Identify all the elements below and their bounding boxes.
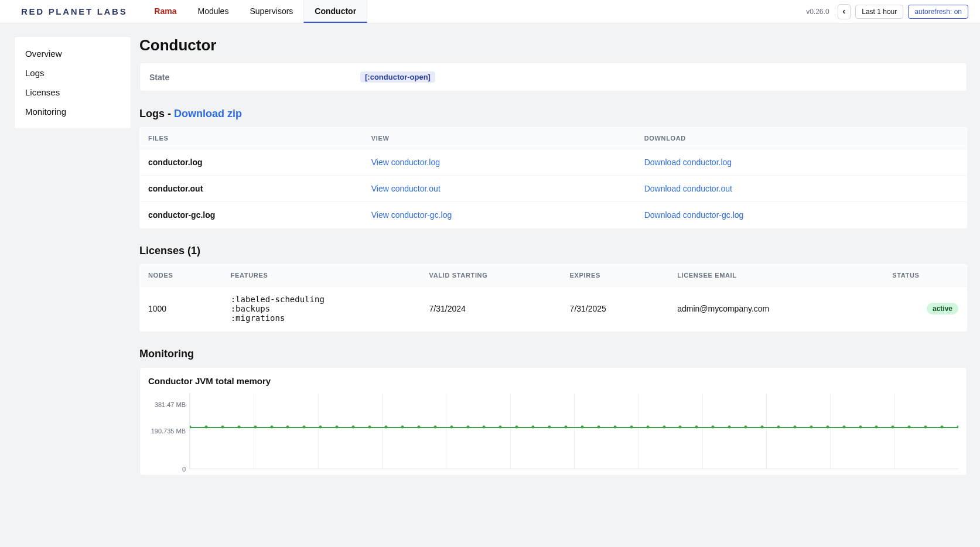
page-title: Conductor: [139, 36, 967, 54]
sidebar-item-licenses[interactable]: Licenses: [19, 83, 126, 102]
chart-data-point: [908, 425, 911, 428]
chart-grid-line: [446, 393, 446, 469]
chart-grid-line: [382, 393, 383, 469]
time-range-button[interactable]: Last 1 hour: [855, 5, 903, 19]
nav-item-rama[interactable]: Rama: [144, 0, 187, 23]
chart-data-point: [646, 425, 649, 428]
nav-item-modules[interactable]: Modules: [187, 0, 239, 23]
chart-data-point: [663, 425, 665, 428]
top-bar-right: v0.26.0 Last 1 hour autorefresh: on: [806, 4, 968, 19]
chart-data-point: [270, 425, 273, 428]
brand-logo: RED PLANET LABS: [21, 6, 127, 16]
license-expires: 7/31/2025: [562, 286, 670, 331]
download-log-link[interactable]: Download conductor-gc.log: [644, 210, 744, 220]
chart-data-point: [515, 425, 518, 428]
log-file-name: conductor.log: [140, 149, 363, 176]
chart-data-point: [499, 425, 502, 428]
table-row: 1000:labeled-scheduling :backups :migrat…: [140, 286, 967, 331]
chevron-left-icon: [843, 8, 846, 16]
chart-data-point: [957, 425, 959, 428]
chart-data-point: [842, 425, 845, 428]
chart-grid-line: [830, 393, 831, 469]
license-status-cell: active: [884, 286, 967, 331]
chart-y-axis: 381.47 MB190.735 MB0: [148, 393, 189, 469]
view-log-link[interactable]: View conductor-gc.log: [371, 210, 452, 220]
table-row: conductor-gc.logView conductor-gc.logDow…: [140, 202, 967, 228]
chart-data-point: [204, 425, 207, 428]
table-row: conductor.outView conductor.outDownload …: [140, 176, 967, 202]
sidebar-item-overview[interactable]: Overview: [19, 44, 126, 63]
chart-data-point: [924, 425, 927, 428]
top-bar: RED PLANET LABS Rama Modules Supervisors…: [0, 0, 980, 23]
licenses-col-expires: EXPIRES: [562, 265, 670, 286]
chart-data-point: [450, 425, 453, 428]
chart-data-point: [336, 425, 339, 428]
chart-grid-line: [574, 393, 575, 469]
download-log-link[interactable]: Download conductor.log: [644, 158, 732, 167]
log-file-name: conductor.out: [140, 176, 363, 202]
chart-data-point: [793, 425, 796, 428]
chart-grid-line: [318, 393, 319, 469]
chart-data-point: [433, 425, 436, 428]
logs-heading-text: Logs -: [139, 108, 174, 119]
chart-data-point: [548, 425, 551, 428]
chart-data-point: [859, 425, 862, 428]
sidebar-item-monitoring[interactable]: Monitoring: [19, 102, 126, 121]
chart-data-point: [777, 425, 780, 428]
logs-heading: Logs - Download zip: [139, 108, 967, 120]
primary-nav: Rama Modules Supervisors Conductor: [144, 0, 367, 23]
chart-data-point: [810, 425, 812, 428]
chart-data-point: [417, 425, 420, 428]
chart-data-point: [695, 425, 698, 428]
view-log-link[interactable]: View conductor.out: [371, 184, 441, 193]
sidebar-item-logs[interactable]: Logs: [19, 63, 126, 83]
chart-data-point: [875, 425, 878, 428]
nav-item-supervisors[interactable]: Supervisors: [239, 0, 303, 23]
chart-grid-line: [638, 393, 638, 469]
logs-col-files: FILES: [140, 128, 363, 149]
chart-data-point: [892, 425, 894, 428]
chart-data-point: [630, 425, 633, 428]
download-zip-link[interactable]: Download zip: [174, 108, 242, 119]
download-log-link[interactable]: Download conductor.out: [644, 184, 732, 193]
chart-data-point: [728, 425, 731, 428]
chart-grid-line: [702, 393, 703, 469]
logs-table: FILES VIEW DOWNLOAD conductor.logView co…: [139, 127, 967, 228]
main-content: Conductor State [:conductor-open] Logs -…: [139, 36, 967, 476]
chart-plot-area: [189, 393, 958, 469]
license-features: :labeled-scheduling :backups :migrations: [223, 286, 421, 331]
chart-y-tick: 381.47 MB: [155, 401, 186, 408]
chart-grid-line: [254, 393, 254, 469]
chart-data-point: [581, 425, 583, 428]
view-log-link[interactable]: View conductor.log: [371, 158, 440, 167]
chart-data-point: [613, 425, 616, 428]
monitoring-chart-card: Conductor JVM total memory 381.47 MB190.…: [139, 367, 967, 476]
chart-y-tick: 190.735 MB: [151, 428, 186, 435]
chart-data-point: [532, 425, 535, 428]
license-valid-starting: 7/31/2024: [421, 286, 562, 331]
state-label: State: [149, 73, 360, 82]
license-email: admin@mycompany.com: [669, 286, 884, 331]
chart-grid-line: [894, 393, 895, 469]
table-row: conductor.logView conductor.logDownload …: [140, 149, 967, 176]
nav-item-conductor[interactable]: Conductor: [303, 0, 367, 23]
version-label: v0.26.0: [806, 8, 829, 16]
state-badge: [:conductor-open]: [360, 71, 435, 83]
monitoring-heading: Monitoring: [139, 348, 967, 360]
logs-col-view: VIEW: [363, 128, 636, 149]
sidebar: Overview Logs Licenses Monitoring: [14, 36, 131, 129]
chart-data-point: [319, 425, 322, 428]
licenses-heading: Licenses (1): [139, 245, 967, 257]
license-nodes: 1000: [140, 286, 223, 331]
page-layout: Overview Logs Licenses Monitoring Conduc…: [0, 23, 980, 499]
licenses-table: NODES FEATURES VALID STARTING EXPIRES LI…: [139, 264, 967, 331]
chart-data-point: [761, 425, 764, 428]
chart-data-point: [565, 425, 568, 428]
chart-data-point: [237, 425, 240, 428]
chart-data-point: [303, 425, 306, 428]
chart-data-point: [368, 425, 371, 428]
time-range-prev-button[interactable]: [838, 4, 851, 19]
autorefresh-toggle[interactable]: autorefresh: on: [908, 5, 968, 19]
chart-data-point: [384, 425, 387, 428]
licenses-col-valid-starting: VALID STARTING: [421, 265, 562, 286]
